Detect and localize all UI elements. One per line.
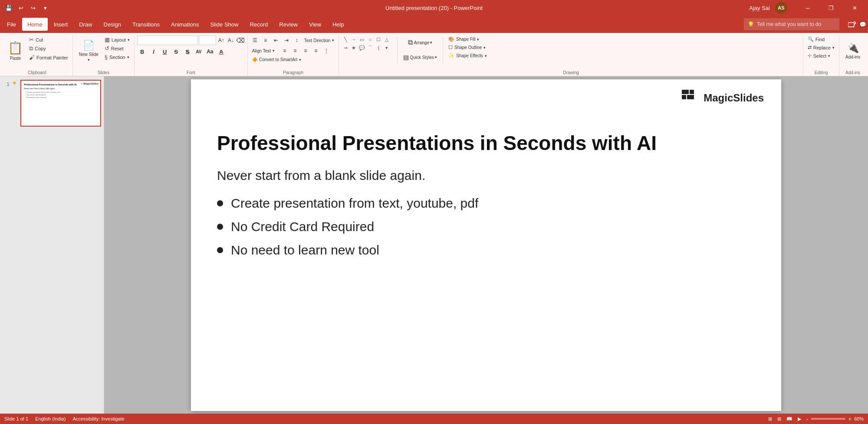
format-painter-btn[interactable]: 🖌 Format Painter [27,53,70,62]
menu-home[interactable]: Home [22,18,48,31]
select-btn[interactable]: ⊹ Select ▾ [806,52,832,59]
tell-me-input[interactable] [757,21,835,27]
shape-more-btn[interactable]: ▾ [383,44,391,52]
justify-btn[interactable]: ≡ [311,46,321,55]
close-btn[interactable]: ✕ [845,0,865,16]
more-quickaccess-btn[interactable]: ▾ [40,3,50,13]
shape-outline-btn[interactable]: ☐ Shape Outline ▾ [447,44,489,51]
shape-rect-btn[interactable]: ▭ [358,36,366,43]
user-avatar[interactable]: AS [775,2,787,14]
decrease-font-btn[interactable]: A↓ [227,36,235,45]
zoom-out-btn[interactable]: - [806,416,808,422]
undo-quickaccess-btn[interactable]: ↩ [16,3,26,13]
underline-btn[interactable]: U [160,46,170,57]
change-case-btn[interactable]: Aa [205,46,215,57]
arrange-icon: ⧉ [408,39,413,46]
quick-access-toolbar: 💾 ↩ ↪ ▾ [3,3,50,13]
decrease-indent-btn[interactable]: ⇤ [271,36,281,45]
line-spacing-btn[interactable]: ↕ [292,36,302,45]
app-body: 💾 ↩ ↪ ▾ Untitled presentation (20) - Pow… [0,0,868,424]
increase-font-btn[interactable]: A↑ [217,36,226,45]
arrange-btn[interactable]: ⧉ Arrange ▾ [401,36,439,49]
view-reading-btn[interactable]: 📖 [786,416,792,422]
cut-btn[interactable]: ✂ Cut [27,36,70,44]
shape-arrow-btn[interactable]: → [350,36,358,43]
menu-transitions[interactable]: Transitions [127,18,165,31]
view-slide-sorter-btn[interactable]: ⊞ [777,416,781,422]
shape-line-btn[interactable]: ╲ [342,36,349,43]
clear-format-btn[interactable]: ⌫ [236,36,245,45]
columns-btn[interactable]: ⋮ [322,46,331,55]
accessibility-status[interactable]: Accessibility: Investigate [72,416,124,421]
menu-view[interactable]: View [304,18,326,31]
menu-animations[interactable]: Animations [166,18,204,31]
menu-review[interactable]: Review [274,18,303,31]
comments-icon[interactable]: 💬 [859,21,866,28]
new-slide-icon: 📄 [83,40,95,51]
find-btn[interactable]: 🔍 Find [806,36,826,43]
paste-btn[interactable]: 📋 Paste [4,36,26,66]
share-icon[interactable] [848,20,857,29]
editing-label: Editing [806,70,836,76]
save-quickaccess-btn[interactable]: 💾 [3,3,14,13]
shape-tri-btn[interactable]: △ [383,36,391,43]
tell-me-searchbox[interactable]: 💡 [744,18,839,30]
view-normal-btn[interactable]: ⊞ [768,416,772,422]
editing-group: 🔍 Find ⇄ Replace ▾ ⊹ Select ▾ Editing [803,35,839,76]
restore-btn[interactable]: ❐ [821,0,841,16]
reset-icon: ↺ [105,45,109,52]
bold-btn[interactable]: B [137,46,148,57]
replace-btn[interactable]: ⇄ Replace ▾ [806,44,836,51]
menu-help[interactable]: Help [327,18,349,31]
font-name-input[interactable] [137,36,198,45]
shape-star-btn[interactable]: ★ [350,44,358,52]
font-color-btn[interactable]: A [216,46,227,57]
shape-rtarrow-btn[interactable]: ⇒ [342,44,349,52]
reset-btn[interactable]: ↺ Reset [103,44,132,52]
menu-draw[interactable]: Draw [74,18,97,31]
shape-oval-btn[interactable]: ○ [366,36,374,43]
title-bar-left: 💾 ↩ ↪ ▾ [3,3,50,13]
section-btn[interactable]: § Section ▾ [103,53,132,61]
char-spacing-btn[interactable]: AV [194,46,204,57]
align-right-btn[interactable]: ≡ [301,46,310,55]
menu-record[interactable]: Record [244,18,273,31]
shape-brace-btn[interactable]: { [375,44,382,52]
align-text-btn[interactable]: Align Text ▾ [250,48,276,54]
align-left-btn[interactable]: ≡ [280,46,289,55]
align-center-btn[interactable]: ≡ [290,46,300,55]
shape-effects-btn[interactable]: ✨ Shape Effects ▾ [447,52,489,59]
shape-curve-btn[interactable]: ⌒ [366,44,374,52]
menu-file[interactable]: File [2,18,21,31]
increase-indent-btn[interactable]: ⇥ [282,36,291,45]
numbered-list-btn[interactable]: ≡ [261,36,270,45]
menu-design[interactable]: Design [99,18,126,31]
text-shadow-btn[interactable]: S [182,46,193,57]
minimize-btn[interactable]: ─ [798,0,818,16]
zoom-in-btn[interactable]: + [848,416,852,422]
text-direction-btn[interactable]: Text Direction ▾ [302,37,336,44]
zoom-slider[interactable] [811,418,845,420]
strikethrough-btn[interactable]: S [171,46,181,57]
menu-slideshow[interactable]: Slide Show [205,18,243,31]
layout-btn[interactable]: ▦ Layout ▾ [103,36,132,44]
slide-thumb-1[interactable]: ▪▪ MagicSlides Professional Presentation… [20,80,101,127]
para-top-row: ☰ ≡ ⇤ ⇥ ↕ Text Direction ▾ [250,36,336,45]
addins-btn[interactable]: 🔌 Add-ins [842,36,864,66]
new-slide-btn[interactable]: 📄 New Slide ▾ [76,36,102,66]
shape-rect2-btn[interactable]: ☐ [375,36,382,43]
shape-callout-btn[interactable]: 💬 [358,44,366,52]
slide-canvas[interactable]: MagicSlides Professional Presentations i… [191,79,781,411]
view-present-btn[interactable]: ▶ [798,416,801,422]
quick-styles-btn[interactable]: ▤ Quick Styles ▾ [401,50,439,64]
slide-item-1[interactable]: 1 ★ ▪▪ MagicSlides Professional Presenta… [3,80,101,127]
redo-quickaccess-btn[interactable]: ↪ [28,3,38,13]
menu-insert[interactable]: Insert [49,18,73,31]
convert-smartart-btn[interactable]: 🔶 Convert to SmartArt ▾ [250,56,303,63]
copy-btn[interactable]: ⧉ Copy [27,44,70,53]
font-size-input[interactable] [199,36,216,45]
slides-panel: 1 ★ ▪▪ MagicSlides Professional Presenta… [0,76,104,414]
shape-fill-btn[interactable]: 🎨 Shape Fill ▾ [447,36,489,43]
bullet-list-btn[interactable]: ☰ [250,36,260,45]
italic-btn[interactable]: I [148,46,159,57]
